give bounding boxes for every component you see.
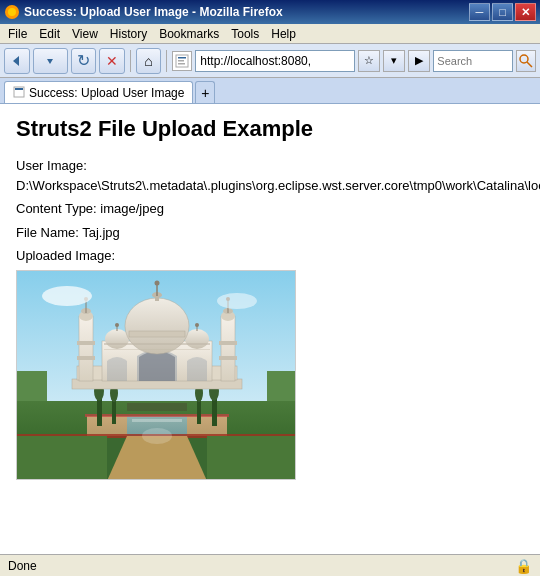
back-button[interactable]: [4, 48, 30, 74]
app-icon: [4, 4, 20, 20]
home-button[interactable]: ⌂: [136, 48, 162, 74]
window-controls: ─ □ ✕: [469, 3, 536, 21]
svg-point-49: [185, 329, 209, 349]
svg-rect-27: [197, 399, 201, 424]
uploaded-image-label: Uploaded Image:: [16, 246, 524, 266]
tab-icon: [13, 86, 25, 100]
page-content: Struts2 File Upload Example User Image: …: [0, 104, 540, 554]
user-image-label: User Image:: [16, 158, 87, 173]
svg-marker-2: [13, 56, 19, 66]
refresh-button[interactable]: ↻: [71, 48, 97, 74]
back-dropdown-button[interactable]: [33, 48, 68, 74]
menu-file[interactable]: File: [2, 26, 33, 42]
nav-divider-2: [166, 50, 167, 72]
menu-help[interactable]: Help: [265, 26, 302, 42]
svg-point-67: [217, 293, 257, 309]
menu-bookmarks[interactable]: Bookmarks: [153, 26, 225, 42]
svg-rect-59: [104, 349, 210, 350]
search-go-button[interactable]: [516, 50, 536, 72]
svg-rect-34: [77, 356, 95, 360]
svg-rect-11: [15, 88, 23, 90]
svg-rect-57: [129, 331, 185, 337]
menu-tools[interactable]: Tools: [225, 26, 265, 42]
svg-rect-64: [207, 436, 296, 480]
new-tab-button[interactable]: +: [195, 81, 215, 103]
stop-button[interactable]: ✕: [99, 48, 125, 74]
page-title: Struts2 File Upload Example: [16, 116, 524, 142]
svg-rect-40: [219, 341, 237, 345]
svg-rect-65: [127, 403, 187, 411]
status-text: Done: [8, 559, 515, 573]
svg-rect-23: [112, 399, 116, 424]
svg-point-8: [520, 55, 528, 63]
svg-rect-7: [178, 63, 185, 65]
tab-bar: Success: Upload User Image +: [0, 78, 540, 104]
menu-history[interactable]: History: [104, 26, 153, 42]
title-bar: Success: Upload User Image - Mozilla Fir…: [0, 0, 540, 24]
svg-point-66: [42, 286, 92, 306]
svg-line-9: [527, 62, 532, 67]
svg-rect-38: [221, 316, 235, 381]
menu-bar: File Edit View History Bookmarks Tools H…: [0, 24, 540, 44]
file-name-info: File Name: Taj.jpg: [16, 223, 524, 243]
maximize-button[interactable]: □: [492, 3, 513, 21]
svg-rect-20: [85, 414, 229, 417]
svg-marker-3: [47, 59, 53, 64]
taj-mahal-image: [17, 271, 296, 480]
go-button[interactable]: ▶: [408, 50, 430, 72]
menu-view[interactable]: View: [66, 26, 104, 42]
svg-point-48: [115, 323, 119, 327]
search-input[interactable]: [433, 50, 513, 72]
status-icon: 🔒: [515, 558, 532, 574]
close-button[interactable]: ✕: [515, 3, 536, 21]
svg-point-68: [142, 428, 172, 444]
content-type-info: Content Type: image/jpeg: [16, 199, 524, 219]
uploaded-image-container: [16, 270, 296, 480]
address-go-dropdown[interactable]: ▾: [383, 50, 405, 72]
status-bar: Done 🔒: [0, 554, 540, 576]
svg-rect-58: [104, 343, 210, 345]
svg-rect-63: [17, 436, 107, 480]
user-image-info: User Image: D:\Workspace\Struts2\.metada…: [16, 156, 524, 195]
window-title: Success: Upload User Image - Mozilla Fir…: [24, 5, 465, 19]
address-bar: ☆ ▾ ▶: [172, 50, 430, 72]
svg-point-46: [105, 329, 129, 349]
address-page-icon: [172, 51, 192, 71]
user-image-path: D:\Workspace\Struts2\.metadata\.plugins\…: [16, 178, 540, 193]
svg-point-56: [155, 280, 160, 285]
menu-edit[interactable]: Edit: [33, 26, 66, 42]
star-icon[interactable]: ☆: [358, 50, 380, 72]
svg-rect-41: [219, 356, 237, 360]
minimize-button[interactable]: ─: [469, 3, 490, 21]
svg-rect-6: [178, 60, 184, 62]
svg-point-51: [195, 323, 199, 327]
svg-point-1: [8, 8, 16, 16]
address-input[interactable]: [195, 50, 355, 72]
svg-rect-31: [79, 316, 93, 381]
svg-rect-33: [77, 341, 95, 345]
tab-label: Success: Upload User Image: [29, 86, 184, 100]
tab-upload[interactable]: Success: Upload User Image: [4, 81, 193, 103]
svg-point-52: [125, 298, 189, 354]
svg-rect-17: [132, 419, 182, 422]
nav-bar: ↻ ✕ ⌂ ☆ ▾ ▶: [0, 44, 540, 78]
svg-rect-5: [178, 57, 186, 59]
nav-divider-1: [130, 50, 131, 72]
